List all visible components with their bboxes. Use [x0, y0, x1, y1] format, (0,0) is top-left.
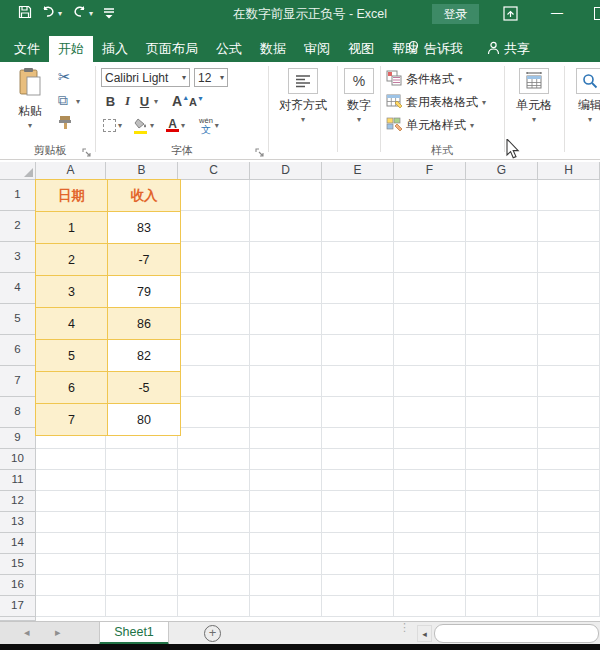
cell-F14[interactable] [394, 533, 466, 554]
hscroll-left-arrow[interactable]: ◂ [417, 625, 432, 642]
cell-E4[interactable] [322, 273, 394, 304]
cell-G4[interactable] [466, 273, 538, 304]
cell-C10[interactable] [178, 449, 250, 470]
sheet-nav-left-icon[interactable]: ◂ [24, 626, 30, 639]
cell-F6[interactable] [394, 335, 466, 366]
phonetic-caret[interactable]: ▾ [215, 121, 219, 130]
cell-A6[interactable]: 5 [35, 339, 108, 372]
column-header-A[interactable]: A [36, 162, 106, 180]
ribbon-tab-4[interactable]: 公式 [207, 36, 251, 62]
cell-A11[interactable] [36, 470, 106, 491]
cell-H7[interactable] [538, 366, 600, 397]
cell-C3[interactable] [178, 242, 250, 273]
cell-C14[interactable] [178, 533, 250, 554]
row-header-1[interactable]: 1 [0, 180, 36, 211]
cell-D8[interactable] [250, 397, 322, 428]
decrease-font-button[interactable]: A▼ [189, 95, 204, 108]
cell-B1-income-header[interactable]: 收入 [107, 179, 181, 212]
cell-H12[interactable] [538, 491, 600, 512]
cell-E12[interactable] [322, 491, 394, 512]
cell-H5[interactable] [538, 304, 600, 335]
minimize-icon[interactable]: — [551, 6, 563, 20]
tabbar-resize-handle[interactable]: ⋮ [399, 624, 407, 630]
cell-C5[interactable] [178, 304, 250, 335]
cell-A4[interactable]: 3 [35, 275, 108, 308]
cell-C15[interactable] [178, 554, 250, 575]
ribbon-tab-5[interactable]: 数据 [251, 36, 295, 62]
cell-D1[interactable] [250, 180, 322, 211]
clipboard-dialog-launcher[interactable] [82, 147, 92, 157]
cell-B7[interactable]: -5 [107, 371, 181, 404]
ribbon-tab-2[interactable]: 插入 [93, 36, 137, 62]
column-header-E[interactable]: E [322, 162, 394, 180]
cell-A10[interactable] [36, 449, 106, 470]
cell-H6[interactable] [538, 335, 600, 366]
cell-F12[interactable] [394, 491, 466, 512]
copy-dropdown-caret[interactable]: ▾ [76, 97, 80, 106]
cell-B15[interactable] [106, 554, 178, 575]
underline-button[interactable]: U [137, 94, 152, 109]
cell-F8[interactable] [394, 397, 466, 428]
cell-C6[interactable] [178, 335, 250, 366]
cell-A7[interactable]: 6 [35, 371, 108, 404]
cell-D5[interactable] [250, 304, 322, 335]
cell-F7[interactable] [394, 366, 466, 397]
cell-G2[interactable] [466, 211, 538, 242]
cell-B16[interactable] [106, 575, 178, 596]
cell-C12[interactable] [178, 491, 250, 512]
sheet-tab-sheet1[interactable]: Sheet1 [99, 622, 169, 645]
cell-A8[interactable]: 7 [35, 403, 108, 436]
cell-B11[interactable] [106, 470, 178, 491]
cell-C8[interactable] [178, 397, 250, 428]
cell-G17[interactable] [466, 596, 538, 617]
cell-E5[interactable] [322, 304, 394, 335]
login-button[interactable]: 登录 [432, 4, 479, 24]
alignment-button[interactable]: 对齐方式 ▾ [280, 68, 326, 124]
row-header-13[interactable]: 13 [0, 512, 36, 533]
paste-button[interactable]: 粘贴 ▾ [12, 67, 48, 130]
cell-G10[interactable] [466, 449, 538, 470]
ribbon-tab-7[interactable]: 视图 [339, 36, 383, 62]
cell-B3[interactable]: -7 [107, 243, 181, 276]
cell-E9[interactable] [322, 428, 394, 449]
cell-H15[interactable] [538, 554, 600, 575]
cell-E15[interactable] [322, 554, 394, 575]
cell-E7[interactable] [322, 366, 394, 397]
cells-button[interactable]: 单元格 ▾ [512, 68, 556, 124]
row-header-5[interactable]: 5 [0, 304, 36, 335]
cell-F3[interactable] [394, 242, 466, 273]
cell-B12[interactable] [106, 491, 178, 512]
cell-F9[interactable] [394, 428, 466, 449]
cell-A3[interactable]: 2 [35, 243, 108, 276]
cell-D4[interactable] [250, 273, 322, 304]
column-header-G[interactable]: G [466, 162, 538, 180]
cell-B10[interactable] [106, 449, 178, 470]
number-format-button[interactable]: % 数字 ▾ [341, 68, 377, 124]
cell-G6[interactable] [466, 335, 538, 366]
cell-G1[interactable] [466, 180, 538, 211]
cell-E2[interactable] [322, 211, 394, 242]
cell-B6[interactable]: 82 [107, 339, 181, 372]
cell-A17[interactable] [36, 596, 106, 617]
cell-A2[interactable]: 1 [35, 211, 108, 244]
cell-C4[interactable] [178, 273, 250, 304]
cell-A14[interactable] [36, 533, 106, 554]
cell-C16[interactable] [178, 575, 250, 596]
row-header-14[interactable]: 14 [0, 533, 36, 554]
font-size-combo[interactable]: 12 ▾ [194, 68, 228, 87]
paste-dropdown-caret[interactable]: ▾ [28, 121, 32, 130]
cell-H11[interactable] [538, 470, 600, 491]
cell-D2[interactable] [250, 211, 322, 242]
cell-F1[interactable] [394, 180, 466, 211]
cell-G3[interactable] [466, 242, 538, 273]
cell-B8[interactable]: 80 [107, 403, 181, 436]
borders-caret[interactable]: ▾ [118, 121, 122, 130]
new-sheet-button[interactable]: + [204, 625, 221, 642]
cell-F17[interactable] [394, 596, 466, 617]
cell-H9[interactable] [538, 428, 600, 449]
redo-icon[interactable] [72, 5, 87, 19]
cell-G14[interactable] [466, 533, 538, 554]
cell-D7[interactable] [250, 366, 322, 397]
format-as-table-button[interactable]: 套用表格格式 ▾ [386, 91, 486, 113]
undo-icon[interactable] [41, 5, 56, 19]
